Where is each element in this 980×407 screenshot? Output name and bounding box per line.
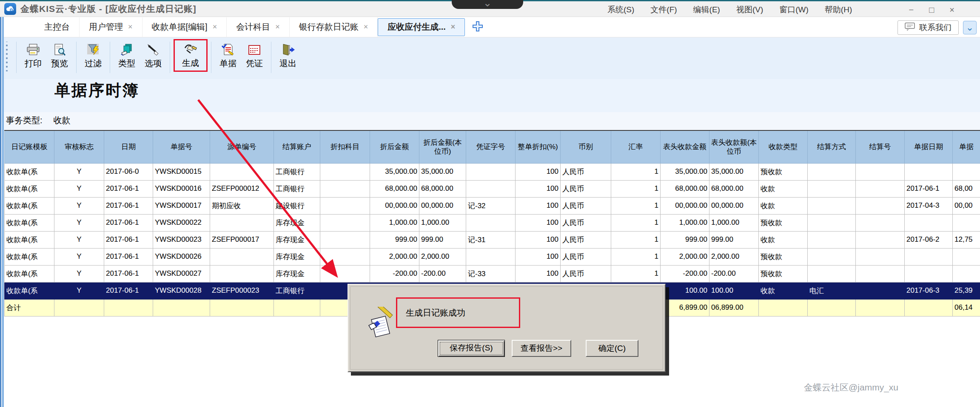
table-cell[interactable]: 68,00 [953, 180, 980, 197]
bill-button[interactable]: 单据 [215, 42, 241, 69]
table-cell[interactable]: 999.00 [370, 231, 419, 248]
table-cell[interactable] [320, 197, 370, 214]
table-cell[interactable]: 库存现金 [274, 265, 320, 282]
table-cell[interactable] [953, 265, 980, 282]
table-cell[interactable]: 收款单(系 [5, 214, 54, 231]
table-cell[interactable]: 68,000.00 [709, 180, 759, 197]
table-cell[interactable] [808, 214, 856, 231]
table-cell[interactable]: 1,000.00 [709, 214, 759, 231]
collapse-chevron-icon[interactable]: ⌄ [963, 21, 977, 34]
table-cell[interactable]: 人民币 [561, 180, 611, 197]
table-cell[interactable]: 100 [516, 231, 561, 248]
table-cell[interactable]: 记-32 [466, 197, 516, 214]
table-cell[interactable]: 1 [611, 197, 661, 214]
table-cell[interactable] [808, 265, 856, 282]
table-cell[interactable] [856, 265, 905, 282]
table-cell[interactable] [808, 231, 856, 248]
generate-button[interactable]: 生成 [177, 41, 204, 69]
toolbar-drag-handle[interactable] [4, 42, 9, 71]
table-cell[interactable]: 收款单(系 [5, 180, 54, 197]
table-cell[interactable]: 35,000.00 [709, 163, 759, 180]
table-cell[interactable]: 2,000.00 [709, 248, 759, 265]
table-cell[interactable]: 100.00 [661, 282, 709, 299]
filter-button[interactable]: 过滤 [80, 42, 106, 69]
table-cell[interactable] [320, 180, 370, 197]
menu-help[interactable]: 帮助(H) [825, 4, 852, 15]
tab-close-icon[interactable]: × [275, 23, 280, 31]
table-cell[interactable]: 人民币 [561, 197, 611, 214]
table-cell[interactable]: 2017-06-1 [104, 231, 153, 248]
table-cell[interactable]: Y [54, 248, 104, 265]
table-cell[interactable] [466, 248, 516, 265]
table-row[interactable]: 收款单(系Y2017-06-1YWSKD00027库存现金-200.00-200… [5, 265, 980, 282]
table-row[interactable]: 收款单(系Y2017-06-1YWSKD00023ZSEFP000017库存现金… [5, 231, 980, 248]
tab-close-icon[interactable]: × [128, 23, 133, 31]
table-cell[interactable] [210, 265, 274, 282]
table-cell[interactable]: 人民币 [561, 214, 611, 231]
table-cell[interactable]: 工商银行 [274, 180, 320, 197]
table-cell[interactable] [905, 248, 953, 265]
table-cell[interactable]: 收款 [759, 197, 808, 214]
table-cell[interactable]: 预收款 [759, 214, 808, 231]
table-cell[interactable] [808, 197, 856, 214]
tab-ar-ap-generate[interactable]: 应收应付生成...× [378, 18, 465, 36]
table-cell[interactable]: 人民币 [561, 163, 611, 180]
tab-close-icon[interactable]: × [451, 23, 456, 31]
table-row[interactable]: 收款单(系Y2017-06-1YWSKD00022库存现金1,000.001,0… [5, 214, 980, 231]
table-cell[interactable] [466, 180, 516, 197]
table-cell[interactable]: Y [54, 163, 104, 180]
table-cell[interactable]: YWSKD00015 [153, 163, 210, 180]
table-cell[interactable]: 1 [611, 231, 661, 248]
left-dock-strip[interactable] [0, 17, 4, 407]
table-cell[interactable]: 库存现金 [274, 248, 320, 265]
table-cell[interactable]: YWSKD00026 [153, 248, 210, 265]
table-cell[interactable] [905, 163, 953, 180]
table-cell[interactable]: 2017-06-1 [104, 180, 153, 197]
menu-edit[interactable]: 编辑(E) [693, 4, 720, 15]
table-cell[interactable]: 2017-06-1 [905, 180, 953, 197]
table-row[interactable]: 收款单(系Y2017-06-1YWSKD00026库存现金2,000.002,0… [5, 248, 980, 265]
table-cell[interactable]: 1,000.00 [370, 214, 419, 231]
table-cell[interactable]: 收款 [759, 231, 808, 248]
table-cell[interactable] [856, 163, 905, 180]
table-cell[interactable]: 库存现金 [274, 231, 320, 248]
type-button[interactable]: 类型 [114, 42, 140, 69]
table-cell[interactable] [856, 282, 905, 299]
table-cell[interactable]: 2017-06-0 [104, 163, 153, 180]
table-cell[interactable]: 工商银行 [274, 282, 320, 299]
table-cell[interactable]: 记-31 [466, 231, 516, 248]
table-cell[interactable]: 预收款 [759, 163, 808, 180]
table-cell[interactable]: ZSEFP000012 [210, 180, 274, 197]
table-cell[interactable]: YWSKD00016 [153, 180, 210, 197]
table-cell[interactable]: 1 [611, 163, 661, 180]
table-cell[interactable]: 00,000.00 [370, 197, 419, 214]
table-cell[interactable]: Y [54, 265, 104, 282]
table-cell[interactable]: 2,000.00 [419, 248, 466, 265]
contact-us-button[interactable]: 联系我们 [897, 20, 959, 35]
options-button[interactable]: 选项 [140, 42, 166, 69]
menu-view[interactable]: 视图(V) [736, 4, 763, 15]
table-cell[interactable]: 人民币 [561, 231, 611, 248]
tab-accounting-subjects[interactable]: 会计科目× [227, 17, 290, 37]
table-cell[interactable]: 100 [516, 214, 561, 231]
table-cell[interactable]: 2017-06-3 [905, 282, 953, 299]
table-cell[interactable]: 100.00 [709, 282, 759, 299]
table-cell[interactable]: 100 [516, 163, 561, 180]
table-cell[interactable]: 库存现金 [274, 214, 320, 231]
table-cell[interactable] [808, 163, 856, 180]
table-cell[interactable] [210, 214, 274, 231]
table-cell[interactable] [320, 231, 370, 248]
table-cell[interactable]: 收款 [759, 282, 808, 299]
table-cell[interactable]: ZSEFP000017 [210, 231, 274, 248]
table-cell[interactable]: 收款单(系 [5, 231, 54, 248]
table-cell[interactable]: 1,000.00 [661, 214, 709, 231]
table-cell[interactable]: 00,00 [953, 197, 980, 214]
table-cell[interactable]: YWSKD00017 [153, 197, 210, 214]
menu-system[interactable]: 系统(S) [607, 4, 634, 15]
table-cell[interactable]: 35,000.00 [419, 163, 466, 180]
table-cell[interactable] [808, 180, 856, 197]
table-cell[interactable]: 收款单(系 [5, 282, 54, 299]
table-cell[interactable]: Y [54, 197, 104, 214]
table-cell[interactable]: 2,000.00 [661, 248, 709, 265]
table-cell[interactable]: 12,75 [953, 231, 980, 248]
